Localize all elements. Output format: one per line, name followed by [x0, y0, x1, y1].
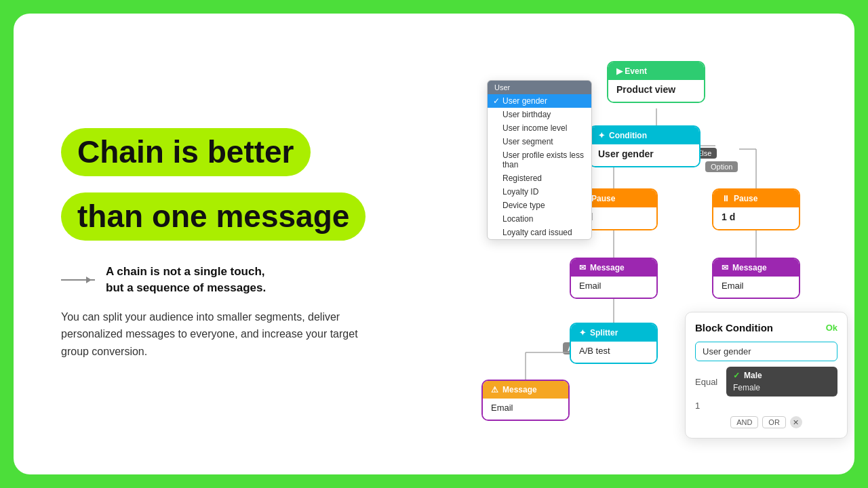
bc-row: Equal ✓ Male Female: [695, 367, 837, 396]
event-node[interactable]: ▶ Event Product view: [607, 61, 705, 103]
splitter-header: ✦ Splitter: [571, 324, 656, 342]
bc-options-dropdown[interactable]: ✓ Male Female: [726, 367, 837, 396]
message-bottom-value: Email: [491, 403, 513, 413]
dropdown-item-6[interactable]: Loyalty ID: [488, 185, 591, 199]
block-condition-field[interactable]: [695, 342, 837, 361]
splitter-value: A/B test: [579, 346, 610, 356]
block-condition-panel: Block Condition Ok Equal ✓ Male Female 1: [685, 312, 848, 439]
dropdown-item-8[interactable]: Location: [488, 212, 591, 226]
message-node-left[interactable]: ✉ Message Email: [570, 258, 658, 299]
pause-right-header: ⏸ Pause: [713, 190, 799, 207]
right-panel: ▶ Event Product view ✦ Condition User ge…: [407, 14, 854, 474]
arrow-icon: [61, 279, 95, 281]
condition-node-header: ✦ Condition: [590, 127, 699, 144]
block-condition-header: Block Condition Ok: [695, 322, 837, 333]
bc-close-button[interactable]: ✕: [790, 416, 802, 428]
message-right-value: Email: [722, 281, 744, 291]
condition-node-body: User gender: [590, 144, 699, 166]
checkmark-icon: ✓: [733, 371, 740, 380]
message-bottom-body: Email: [483, 399, 568, 420]
dropdown-item-3[interactable]: User segment: [488, 135, 591, 148]
dropdown-item-4[interactable]: User profile exists less than: [488, 148, 591, 171]
subtext-row: A chain is not a single touch, but a seq…: [61, 264, 366, 296]
main-card: Chain is better than one message A chain…: [14, 14, 854, 474]
message-right-header: ✉ Message: [713, 259, 799, 277]
bc-equal-label: Equal: [695, 377, 722, 387]
dropdown-item-9[interactable]: Loyalty card issued: [488, 226, 591, 239]
pause-left-label: Pause: [591, 194, 615, 203]
option-badge[interactable]: Option: [705, 161, 738, 172]
bc-number-row: 1: [695, 401, 837, 411]
pause-node-right[interactable]: ⏸ Pause 1 d: [712, 188, 800, 230]
headline-line2: than one message: [61, 192, 366, 245]
message-left-value: Email: [579, 281, 601, 291]
event-node-body: Product view: [608, 80, 704, 102]
dropdown-item-5[interactable]: Registered: [488, 171, 591, 185]
left-panel: Chain is better than one message A chain…: [14, 87, 407, 401]
message-node-bottom[interactable]: ⚠ Message Email: [481, 380, 570, 421]
block-condition-ok[interactable]: Ok: [826, 323, 837, 333]
pause-right-value: 1 d: [722, 211, 735, 222]
user-dropdown[interactable]: User User gender User birthday User inco…: [487, 80, 592, 240]
splitter-label: Splitter: [590, 328, 618, 338]
event-label: ▶ Event: [616, 66, 647, 76]
message-right-label: Message: [732, 263, 767, 272]
message-left-body: Email: [571, 277, 656, 298]
splitter-node[interactable]: ✦ Splitter A/B test: [570, 323, 658, 364]
bc-number: 1: [695, 401, 709, 411]
condition-label: Condition: [609, 131, 647, 140]
message-bottom-header: ⚠ Message: [483, 381, 568, 399]
event-node-header: ▶ Event: [608, 62, 704, 80]
message-right-body: Email: [713, 277, 799, 298]
message-node-right[interactable]: ✉ Message Email: [712, 258, 800, 299]
subtext-bold: A chain is not a single touch, but a seq…: [106, 264, 266, 296]
dropdown-item-1[interactable]: User birthday: [488, 108, 591, 121]
dropdown-item-2[interactable]: User income level: [488, 121, 591, 135]
headline-line1: Chain is better: [61, 128, 366, 180]
event-name: Product view: [616, 84, 675, 95]
bc-footer: AND OR ✕: [695, 416, 837, 428]
bc-option-female[interactable]: Female: [733, 382, 831, 394]
body-text: You can split your audience into smaller…: [61, 308, 366, 361]
message-left-label: Message: [590, 263, 625, 272]
pause-right-label: Pause: [734, 194, 757, 203]
bc-and-button[interactable]: AND: [730, 416, 758, 428]
dropdown-item-7[interactable]: Device type: [488, 199, 591, 212]
condition-node[interactable]: ✦ Condition User gender: [589, 125, 701, 167]
splitter-body: A/B test: [571, 342, 656, 363]
message-left-header: ✉ Message: [571, 259, 656, 277]
dropdown-header: User: [488, 81, 591, 94]
message-bottom-label: Message: [502, 385, 537, 394]
condition-value: User gender: [598, 148, 654, 159]
bc-option-male[interactable]: ✓ Male: [733, 369, 831, 382]
block-condition-title: Block Condition: [695, 322, 773, 333]
pause-right-body: 1 d: [713, 207, 799, 229]
dropdown-item-0[interactable]: User gender: [488, 94, 591, 108]
bc-or-button[interactable]: OR: [762, 416, 786, 428]
